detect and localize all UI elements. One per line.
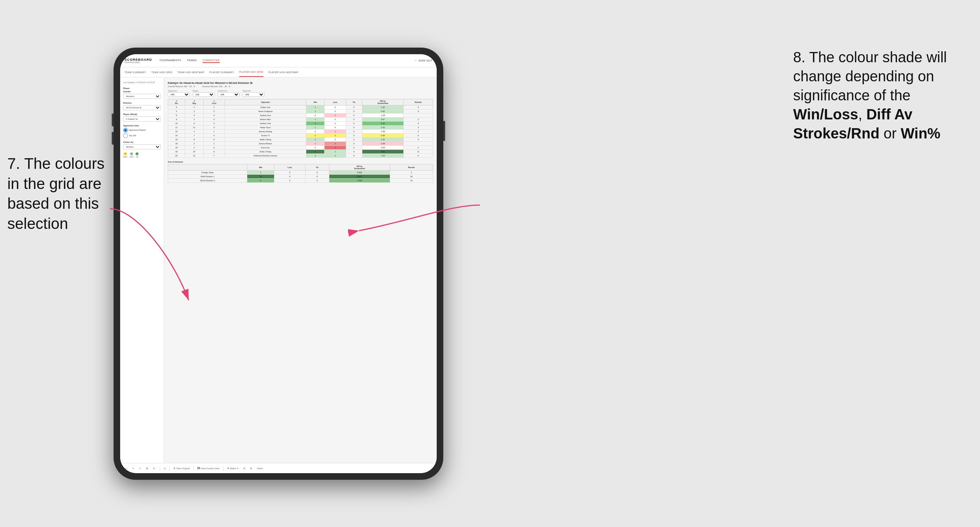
td-reg: 1 [185,130,204,134]
td-rounds: 4 [404,138,433,142]
td-rounds [404,142,433,146]
td-div: 3 [168,105,185,110]
td-reg: 7 [185,134,204,138]
td-div: 10 [168,122,185,125]
td-loss: 1 [325,130,346,134]
subnav-team-h2h-heatmap[interactable]: TEAM H2H HEATMAP [177,67,204,77]
td-diff: 3.67 [362,117,404,122]
settings-button[interactable]: ⚙ [242,466,247,470]
undo-button[interactable]: ↩ [124,466,129,470]
table-row: 10 6 3 Andrea York 2 0 0 4.00 4 [168,122,433,125]
division-select[interactable]: NCAA Division III [123,105,161,110]
td-tie: 0 [346,105,362,110]
save-icon: 💾 [197,467,200,470]
table-row: 16 2 1 Jessica Mason 1 2 0 -0.94 [168,142,433,146]
th-rounds: Rounds [404,99,433,105]
subnav-team-summary[interactable]: TEAM SUMMARY [124,67,146,77]
td-win: 4 [306,150,325,154]
share-button[interactable]: Share [256,467,264,470]
view-original-button[interactable]: 👁 View: Original [172,467,191,470]
annotation-left: 7. The colours in the grid are based on … [7,154,110,234]
sign-out-button[interactable]: Sign out [418,59,432,63]
legend-level: Level [130,152,134,158]
legend-up: Up [135,152,138,158]
ood-tie: 0 [305,175,329,179]
division-record: Division Record: 331 - 34 - 6 [202,85,230,87]
grid-button[interactable]: ⊞ [249,466,253,470]
region-select[interactable]: (All) [193,92,215,97]
ood-tie: 0 [305,171,329,175]
td-win: 2 [306,134,325,138]
player-rank-label: Player (Rank) [123,113,161,115]
ood-name: NCAA Division 2 [168,179,247,183]
refresh-button[interactable]: ⟳ · [152,466,158,470]
list-item: Foreign Team 1 0 0 4.500 2 [168,171,433,175]
td-reg: 2 [185,142,204,146]
td-tie: 0 [346,134,362,138]
nav-tournaments[interactable]: TOURNAMENTS [159,58,181,63]
ood-tie: 0 [305,179,329,183]
td-reg: 11 [185,125,204,130]
td-reg: 2 [185,110,204,114]
top100-radio[interactable] [123,133,128,138]
td-loss: 0 [325,110,346,114]
subnav-player-summary[interactable]: PLAYER SUMMARY [210,67,234,77]
separator-1 [160,466,160,471]
td-win: 1 [306,117,325,122]
td-reg: 1 [185,105,204,110]
region-filter: Region (All) [193,90,215,97]
volume-button [112,114,114,126]
clock-button[interactable]: ◷ [162,466,167,470]
th-conf: #Conf [204,99,224,105]
td-conf: 4 [204,134,224,138]
copy-button[interactable]: ⊞ [145,466,150,470]
power-button [443,121,445,141]
opponent-select[interactable]: (All) [242,92,264,97]
separator-3 [193,466,194,471]
redo-button[interactable]: ↪ [131,466,135,470]
opponents-select[interactable]: (All) [168,92,190,97]
td-win: 1 [306,110,325,114]
ood-th-win: Win [247,164,274,171]
td-tie: 0 [346,138,362,142]
subnav-player-h2h-heatmap[interactable]: PLAYER H2H HEATMAP [269,67,299,77]
td-win: 1 [306,125,325,130]
td-win: 0 [306,114,325,117]
colour-by-select[interactable]: Win/loss [123,144,161,149]
td-diff: -3.00 [362,130,404,134]
top100-option[interactable]: Top 100 [123,133,161,138]
save-custom-button[interactable]: 💾 Save Custom View [196,466,221,470]
table-row: 14 7 4 Eunice Yi 2 2 0 0.38 9 [168,134,433,138]
td-tie: 0 [346,142,362,146]
td-div: 19 [168,150,185,154]
filters-row: Opponents: (All) Region (All) [168,90,433,97]
ood-th-diff: Diff AvStrokes/Rnd [329,164,390,171]
nav-teams[interactable]: TEAMS [187,58,197,63]
td-loss: 1 [325,150,346,154]
overall-record: Overall Record: 353 - 34 - 6 [168,85,195,87]
th-diff: Diff AvStrokes/Rnd [362,99,404,105]
subnav-team-h2h-grid[interactable]: TEAM H2H GRID [151,67,172,77]
nav-committee[interactable]: COMMITTEE [203,58,220,63]
td-div: 15 [168,138,185,142]
gender-label: Gender [123,90,161,93]
ood-win: 1 [247,171,274,175]
undo2-button[interactable]: ↩ [138,466,143,470]
td-conf: 1 [204,142,224,146]
ood-loss: 0 [274,171,305,175]
nav-links: TOURNAMENTS TEAMS COMMITTEE [159,58,220,63]
td-diff: 1.25 [362,138,404,142]
td-rounds: 2 [404,130,433,134]
td-diff: -1.00 [362,114,404,117]
opponents-played-option[interactable]: Opponents Played [123,128,161,133]
conference-select[interactable]: (All) [218,92,240,97]
td-diff: -5.00 [362,146,404,150]
watch-button[interactable]: 👁 Watch ▾ [226,466,240,470]
legend-down: Down [123,152,127,158]
td-rounds: 6 [404,154,433,158]
subnav-player-h2h-grid[interactable]: PLAYER H2H GRID [239,67,263,77]
td-div: 16 [168,142,185,146]
gender-select[interactable]: Women's [123,94,161,99]
opponents-played-radio[interactable] [123,128,128,133]
player-rank-select[interactable]: 8. Katelyn Vo [123,116,161,122]
